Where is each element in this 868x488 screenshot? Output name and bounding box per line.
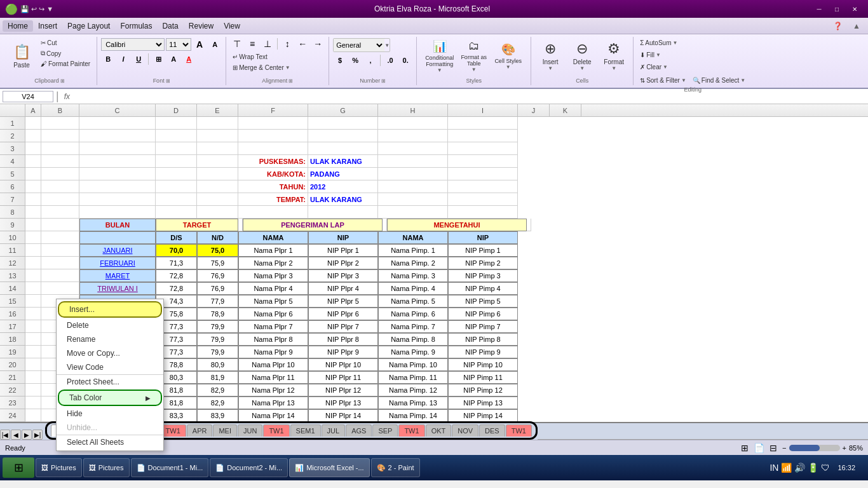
font-color-button[interactable]: A bbox=[182, 53, 196, 65]
puskesmas-label[interactable]: PUSKESMAS: bbox=[238, 155, 308, 168]
number-expand[interactable]: ⊞ bbox=[381, 78, 386, 84]
increase-decimal-button[interactable]: .0 bbox=[383, 55, 397, 66]
row-24[interactable]: 24 bbox=[0, 409, 25, 422]
row-8[interactable]: 8 bbox=[0, 206, 25, 219]
start-button[interactable]: ⊞ bbox=[3, 458, 34, 478]
tray-battery-icon[interactable]: 🔋 bbox=[808, 463, 818, 473]
merge-center-button[interactable]: ⊞ Merge & Center ▼ bbox=[230, 63, 300, 72]
context-menu-hide[interactable]: Hide bbox=[57, 407, 163, 421]
cell-e1[interactable] bbox=[197, 117, 238, 130]
cell-jan-nip1[interactable]: NIP Plpr 1 bbox=[308, 244, 378, 257]
context-menu-rename[interactable]: Rename bbox=[57, 332, 163, 346]
sub-header-nama1[interactable]: NAMA bbox=[238, 231, 308, 244]
context-menu-move-copy[interactable]: Move or Copy... bbox=[57, 346, 163, 360]
row-2[interactable]: 2 bbox=[0, 130, 25, 142]
row-6[interactable]: 6 bbox=[0, 180, 25, 193]
cell-jan-nama1[interactable]: Nama Plpr 1 bbox=[238, 244, 308, 257]
row-7[interactable]: 7 bbox=[0, 193, 25, 206]
align-bottom-button[interactable]: ⊥ bbox=[261, 38, 275, 50]
row-14[interactable]: 14 bbox=[0, 282, 25, 295]
cell-jan-nama2[interactable]: Nama Pimp. 1 bbox=[378, 244, 448, 257]
bold-button[interactable]: B bbox=[101, 53, 115, 65]
sub-header-nip2[interactable]: NIP bbox=[448, 231, 518, 244]
align-middle-button[interactable]: ≡ bbox=[245, 38, 259, 50]
zoom-out-button[interactable]: − bbox=[782, 444, 786, 452]
cell-i1[interactable] bbox=[448, 117, 518, 130]
tempat-value[interactable]: ULAK KARANG bbox=[308, 193, 378, 206]
format-button[interactable]: ⚙ Format ▼ bbox=[599, 38, 629, 74]
increase-font-button[interactable]: A bbox=[193, 39, 207, 50]
row-15[interactable]: 15 bbox=[0, 295, 25, 308]
col-header-i[interactable]: I bbox=[448, 104, 518, 116]
cell-jan-nip2[interactable]: NIP Pimp 1 bbox=[448, 244, 518, 257]
font-expand[interactable]: ⊞ bbox=[166, 78, 170, 84]
cell-jan-nd[interactable]: 75,0 bbox=[197, 244, 238, 257]
row-13[interactable]: 13 bbox=[0, 269, 25, 282]
alignment-expand[interactable]: ⊞ bbox=[288, 78, 293, 84]
taskbar-paint[interactable]: 🎨 2 - Paint bbox=[371, 458, 420, 477]
sheet-tab-des[interactable]: DES bbox=[479, 424, 505, 437]
tempat-label[interactable]: TEMPAT: bbox=[238, 193, 308, 206]
percent-button[interactable]: % bbox=[348, 55, 362, 66]
row-22[interactable]: 22 bbox=[0, 384, 25, 396]
row-18[interactable]: 18 bbox=[0, 333, 25, 346]
cut-button[interactable]: ✂ Cut bbox=[38, 38, 93, 48]
cell-d1[interactable] bbox=[156, 117, 197, 130]
menu-item-page-layout[interactable]: Page Layout bbox=[62, 20, 115, 32]
context-menu-unhide[interactable]: Unhide... bbox=[57, 421, 163, 435]
sub-header-nama2[interactable]: NAMA bbox=[378, 231, 448, 244]
cell-b1[interactable] bbox=[41, 117, 79, 130]
page-layout-view-icon[interactable]: 📄 bbox=[754, 443, 764, 453]
sheet-tab-mei[interactable]: MEI bbox=[213, 424, 237, 437]
cell-jan-ds[interactable]: 70,0 bbox=[156, 244, 197, 257]
accounting-button[interactable]: $ bbox=[333, 55, 347, 66]
formula-input[interactable] bbox=[75, 93, 865, 100]
col-header-g[interactable]: G bbox=[308, 104, 378, 116]
taskbar-pictures-1[interactable]: 🖼 Pictures bbox=[36, 458, 82, 477]
col-header-b[interactable]: B bbox=[41, 104, 79, 116]
insert-button[interactable]: ⊕ Insert ▼ bbox=[535, 38, 566, 74]
fill-color-button[interactable]: A bbox=[166, 53, 180, 65]
col-header-k[interactable]: K bbox=[550, 104, 581, 116]
sub-header-bulan[interactable] bbox=[79, 231, 156, 244]
menu-item-view[interactable]: View bbox=[219, 20, 245, 32]
sub-header-nd[interactable]: N/D bbox=[197, 231, 238, 244]
italic-button[interactable]: I bbox=[116, 53, 130, 65]
normal-view-icon[interactable]: ⊞ bbox=[741, 443, 749, 453]
col-header-e[interactable]: E bbox=[197, 104, 238, 116]
fill-button[interactable]: ⬇ Fill ▼ bbox=[637, 50, 663, 60]
menu-item-home[interactable]: Home bbox=[3, 20, 33, 32]
context-menu-tab-color[interactable]: Tab Color ▶ bbox=[58, 390, 162, 406]
taskbar-document2[interactable]: 📄 Document2 - Mi... bbox=[210, 458, 288, 477]
cell-c1[interactable] bbox=[79, 117, 156, 130]
page-break-view-icon[interactable]: ⊟ bbox=[770, 443, 777, 453]
taskbar-document1[interactable]: 📄 Document1 - Mi... bbox=[131, 458, 209, 477]
delete-button[interactable]: ⊖ Delete ▼ bbox=[567, 38, 597, 74]
align-top-button[interactable]: ⊤ bbox=[230, 38, 244, 50]
sheet-tab-sep[interactable]: SEP bbox=[372, 424, 398, 437]
cell-styles-button[interactable]: 🎨 Cell Styles ▼ bbox=[492, 38, 525, 74]
sub-header-nip1[interactable]: NIP bbox=[308, 231, 378, 244]
wrap-text-button[interactable]: ↵ Wrap Text bbox=[230, 52, 287, 62]
tab-first-button[interactable]: |◀ bbox=[0, 430, 10, 440]
decrease-decimal-button[interactable]: 0. bbox=[398, 55, 412, 66]
col-header-h[interactable]: H bbox=[378, 104, 448, 116]
header-target[interactable]: TARGET bbox=[156, 219, 238, 231]
header-bulan[interactable]: BULAN bbox=[79, 219, 156, 231]
row-16[interactable]: 16 bbox=[0, 308, 25, 320]
row-4[interactable]: 4 bbox=[0, 155, 25, 168]
number-format-dropdown[interactable]: ▼ bbox=[384, 43, 390, 48]
font-name-select[interactable]: Calibri bbox=[101, 38, 165, 51]
sub-header-ds[interactable]: D/S bbox=[156, 231, 197, 244]
tab-next-button[interactable]: ▶ bbox=[22, 430, 32, 440]
copy-button[interactable]: ⧉ Copy bbox=[38, 48, 93, 58]
clear-button[interactable]: ✗ Clear ▼ bbox=[637, 62, 670, 72]
sheet-tab-jul[interactable]: JUL bbox=[322, 424, 346, 437]
menu-item-insert[interactable]: Insert bbox=[33, 20, 62, 32]
format-as-table-button[interactable]: 🗂 Format as Table ▼ bbox=[458, 38, 491, 74]
row-11[interactable]: 11 bbox=[0, 244, 25, 257]
clipboard-expand[interactable]: ⊞ bbox=[60, 78, 65, 84]
col-header-j[interactable]: J bbox=[518, 104, 550, 116]
sheet-tab-ags[interactable]: AGS bbox=[346, 424, 372, 437]
sort-filter-button[interactable]: ⇅ Sort & Filter ▼ bbox=[637, 76, 689, 85]
